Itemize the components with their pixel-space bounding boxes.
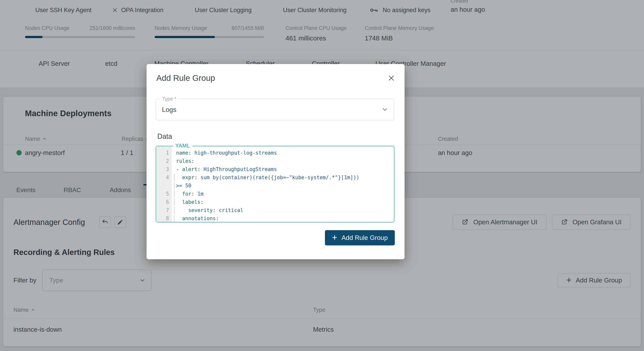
yaml-punctuation: : [216, 216, 219, 222]
yaml-value: critical [219, 207, 243, 213]
yaml-punctuation [176, 191, 182, 197]
code-line: rules: [174, 157, 393, 165]
yaml-punctuation: : [198, 166, 204, 172]
editor-code[interactable]: name: high-throughput-log-streamsrules:-… [174, 149, 393, 222]
data-section-label: Data [157, 132, 172, 140]
yaml-punctuation: - [176, 166, 182, 172]
yaml-key: rules [176, 158, 191, 164]
code-line: for: 1m [174, 190, 393, 198]
type-field-label: Type * [160, 96, 178, 102]
line-number: 6 [156, 198, 172, 206]
yaml-punctuation [176, 174, 182, 180]
add-rule-group-dialog: Add Rule Group Type * Logs Data YAML 123… [146, 64, 404, 259]
close-dialog-button[interactable] [386, 74, 396, 83]
yaml-key: expr [182, 174, 194, 180]
cluster-details-page: User SSH Key Agent OPA Integration User … [0, 0, 644, 351]
line-number: 8 [156, 214, 172, 222]
yaml-value: HighThroughputLogStreams [204, 166, 277, 172]
yaml-key: annotations [182, 216, 216, 222]
yaml-punctuation [176, 207, 188, 213]
button-label: Add Rule Group [342, 234, 388, 242]
submit-add-rule-group-button[interactable]: + Add Rule Group [325, 230, 395, 246]
yaml-punctuation: : [200, 199, 204, 205]
dialog-title: Add Rule Group [156, 74, 215, 83]
code-line: expr: sum by(container)(rate({job=~"kube… [174, 173, 393, 182]
line-number: 4 [156, 173, 172, 182]
code-line: >= 50 [174, 182, 393, 190]
yaml-value: >= 50 [176, 183, 191, 188]
yaml-value: 1m [198, 191, 204, 197]
line-number: 7 [156, 206, 172, 214]
yaml-key: labels [182, 199, 200, 205]
line-number: 3 [156, 165, 172, 173]
yaml-value: high-throughput-log-streams [194, 150, 277, 156]
code-line: name: high-throughput-log-streams [174, 149, 393, 157]
code-line: severity: critical [174, 206, 393, 214]
close-icon [388, 74, 395, 82]
yaml-punctuation: : [213, 207, 219, 213]
yaml-punctuation: : [191, 158, 194, 164]
yaml-punctuation: : [194, 174, 200, 180]
code-line: - alert: HighThroughputLogStreams [174, 165, 393, 173]
line-number: 5 [156, 190, 172, 198]
yaml-punctuation: : [191, 191, 197, 197]
dialog-header: Add Rule Group [156, 72, 396, 84]
yaml-editor[interactable]: YAML 12345678 name: high-throughput-log-… [156, 146, 394, 222]
yaml-value: sum by(container)(rate({job=~"kube-syste… [200, 174, 359, 180]
code-line: annotations: [174, 214, 393, 222]
line-number [156, 182, 172, 190]
yaml-punctuation [176, 199, 182, 205]
line-number: 2 [156, 157, 172, 165]
type-field-value: Logs [162, 106, 176, 114]
editor-language-label: YAML [173, 143, 192, 149]
yaml-key: name [176, 150, 188, 156]
yaml-key: severity [188, 207, 213, 213]
chevron-down-icon [381, 106, 388, 113]
line-number: 1 [156, 149, 172, 157]
yaml-key: alert [182, 166, 197, 172]
code-line: labels: [174, 198, 393, 206]
yaml-key: for [182, 191, 191, 197]
type-select[interactable]: Type * Logs [156, 98, 394, 120]
plus-icon: + [332, 233, 337, 242]
editor-gutter: 12345678 [156, 146, 172, 222]
yaml-punctuation: : [188, 150, 194, 156]
yaml-punctuation [176, 216, 182, 222]
